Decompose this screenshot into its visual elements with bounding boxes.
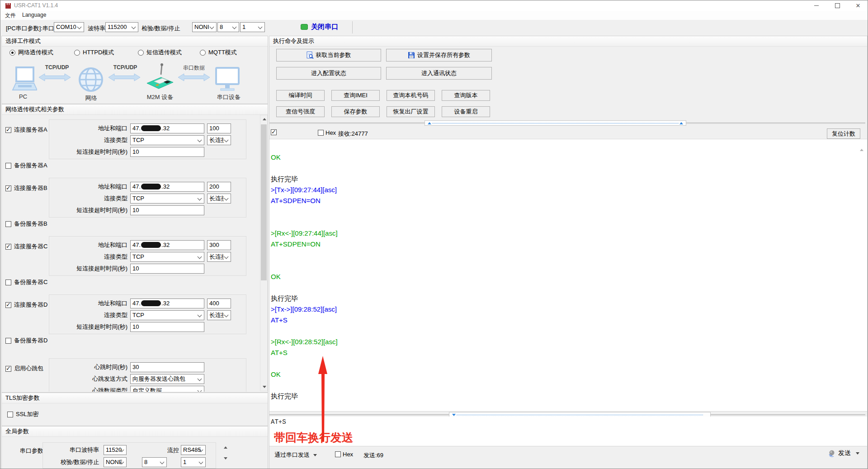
send-input-text[interactable]: AT+S (271, 418, 286, 426)
command-button[interactable]: 查询版本 (442, 90, 490, 101)
close-button[interactable]: ✕ (848, 0, 868, 11)
server-enable-checkbox[interactable]: 连接服务器B (5, 184, 47, 192)
port-input[interactable]: 400 (207, 298, 231, 308)
heartbeat-time-input[interactable]: 30 (130, 362, 204, 372)
set-save-params-button[interactable]: 设置并保存所有参数 (386, 49, 492, 62)
checkbox-icon[interactable] (5, 127, 11, 133)
scroll-down-icon[interactable] (222, 455, 230, 462)
work-mode-option[interactable]: 网络透传模式 (9, 48, 74, 57)
menu-file[interactable]: 文件 (5, 12, 16, 19)
command-button[interactable]: 编译时间 (276, 90, 325, 101)
port-input[interactable]: 300 (207, 240, 231, 250)
backup-server-checkbox[interactable]: 备份服务器C (5, 278, 47, 286)
address-input[interactable]: 47..32 (130, 182, 204, 192)
checkbox-icon[interactable] (318, 130, 324, 136)
connection-type-select[interactable]: TCP (130, 310, 204, 320)
checkbox-icon[interactable] (271, 129, 277, 135)
global-stopbits-select[interactable]: 1 (181, 457, 206, 467)
global-databits-select[interactable]: 8 (142, 457, 167, 467)
baud-select[interactable]: 115200 (105, 22, 138, 32)
checkbox-icon[interactable] (5, 185, 11, 191)
server-enable-checkbox[interactable]: 连接服务器D (5, 301, 47, 309)
connection-type-select[interactable]: TCP (130, 135, 204, 145)
get-params-button[interactable]: 获取当前参数 (276, 49, 381, 62)
radio-icon[interactable] (74, 50, 80, 56)
command-button[interactable]: 恢复出厂设置 (387, 106, 435, 117)
stopbits-select[interactable]: 1 (240, 22, 265, 32)
checkbox-icon[interactable] (5, 280, 11, 285)
command-button[interactable]: 查信号强度 (276, 106, 325, 117)
port-input[interactable]: 200 (207, 182, 231, 192)
send-input-area[interactable]: AT+S 带回车换行发送 (269, 417, 867, 446)
ssl-checkbox[interactable]: SSL加密 (7, 410, 39, 418)
minimize-button[interactable] (806, 0, 827, 11)
splitter-collapse-strip[interactable] (425, 120, 686, 126)
splitter-groove[interactable] (269, 414, 449, 416)
radio-icon[interactable] (9, 50, 15, 56)
collapse-arrow-icon[interactable] (452, 414, 456, 416)
enter-comm-button[interactable]: 进入通讯状态 (386, 67, 492, 80)
enter-config-button[interactable]: 进入配置状态 (276, 67, 381, 80)
keepalive-select[interactable]: 长连接 (207, 310, 231, 320)
checkbox-icon[interactable] (5, 302, 11, 308)
send-via-serial-dropdown[interactable]: 通过串口发送 (274, 451, 317, 459)
scroll-down-icon[interactable] (260, 383, 268, 391)
address-input[interactable]: 47..32 (130, 123, 204, 133)
checkbox-icon[interactable] (5, 221, 11, 227)
maximize-button[interactable] (827, 0, 848, 11)
checkbox-icon[interactable] (7, 412, 13, 417)
checkbox-icon[interactable] (335, 451, 341, 457)
keepalive-select[interactable]: 长连接 (207, 135, 231, 145)
splitter-groove[interactable] (711, 414, 865, 416)
backup-server-checkbox[interactable]: 备份服务器B (5, 220, 47, 228)
heartbeat-mode-select[interactable]: 向服务器发送心跳包 (130, 374, 204, 384)
send-hex-checkbox[interactable]: Hex (335, 451, 353, 458)
timeout-input[interactable]: 10 (130, 147, 204, 157)
address-input[interactable]: 47..32 (130, 298, 204, 308)
address-input[interactable]: 47..32 (130, 240, 204, 250)
radio-icon[interactable] (200, 50, 206, 56)
checkbox-icon[interactable] (5, 244, 11, 250)
heartbeat-type-select[interactable]: 自定义数据 (130, 386, 204, 392)
timeout-input[interactable]: 10 (130, 322, 204, 332)
collapse-arrow-icon[interactable] (679, 122, 683, 124)
port-input[interactable]: 100 (207, 123, 231, 133)
server-enable-checkbox[interactable]: 连接服务器C (5, 242, 47, 251)
scroll-up-icon[interactable] (222, 444, 230, 451)
command-button[interactable]: 保存参数 (331, 106, 380, 117)
work-mode-option[interactable]: HTTPD模式 (74, 48, 138, 57)
keepalive-select[interactable]: 长连接 (207, 194, 231, 204)
log-output-area[interactable]: OK 执行完毕 >[Tx->][09:27:44][asc] AT+SDPEN=… (269, 139, 867, 412)
timestamp-checkbox[interactable] (271, 129, 279, 135)
checkbox-icon[interactable] (5, 338, 11, 344)
backup-server-checkbox[interactable]: 备份服务器D (5, 336, 47, 345)
send-button[interactable]: 发送 (828, 449, 859, 457)
global-baud-select[interactable]: 115200 (104, 445, 127, 455)
command-button[interactable]: 查询本机号码 (387, 90, 435, 101)
connection-type-select[interactable]: TCP (130, 252, 204, 262)
flow-control-select[interactable]: RS485 (181, 445, 206, 455)
net-params-scrollbar[interactable] (260, 115, 268, 391)
timeout-input[interactable]: 10 (130, 264, 204, 274)
timeout-input[interactable]: 10 (130, 205, 204, 215)
radio-icon[interactable] (138, 50, 144, 56)
keepalive-select[interactable]: 长连接 (207, 252, 231, 262)
databits-select[interactable]: 8 (217, 22, 239, 32)
scroll-up-icon[interactable] (260, 115, 268, 123)
connection-type-select[interactable]: TCP (130, 194, 204, 204)
log-hex-checkbox[interactable]: Hex (318, 129, 336, 136)
parity-select[interactable]: NONI (192, 22, 217, 32)
global-parity-select[interactable]: NONE (104, 457, 127, 467)
scroll-up-icon[interactable] (860, 142, 863, 149)
backup-server-checkbox[interactable]: 备份服务器A (5, 161, 47, 170)
menu-language[interactable]: Language (22, 12, 46, 18)
checkbox-icon[interactable] (5, 163, 11, 169)
server-enable-checkbox[interactable]: 连接服务器A (5, 126, 47, 134)
work-mode-option[interactable]: MQTT模式 (200, 48, 237, 57)
scrollbar-thumb[interactable] (261, 124, 267, 280)
collapse-arrow-icon[interactable] (428, 122, 431, 124)
command-button[interactable]: 查询IMEI (331, 90, 380, 101)
heartbeat-enable-checkbox[interactable]: 启用心跳包 (5, 365, 43, 373)
close-port-button[interactable]: 关闭串口 (301, 23, 338, 31)
work-mode-option[interactable]: 短信透传模式 (138, 48, 200, 57)
